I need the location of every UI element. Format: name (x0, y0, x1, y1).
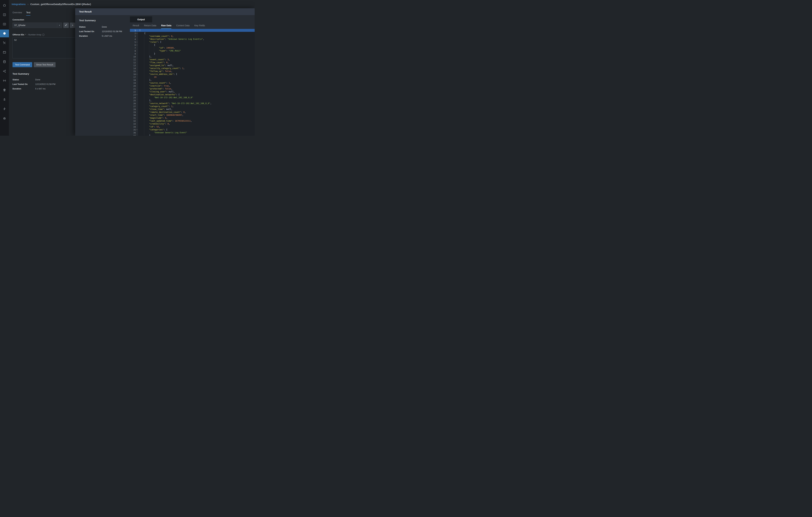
summary-value: 5 s 647 ms (35, 88, 46, 90)
indent-guide (144, 111, 149, 114)
raw-data-editor[interactable]: 1▾2▾345▾6▾78910111213141516▾171819202122… (130, 29, 255, 136)
subtab-result[interactable]: Result (133, 22, 139, 29)
code-line[interactable]: "closing_user": null, (138, 90, 255, 93)
indent-guide (139, 111, 144, 114)
code-line[interactable]: "rules": [ (138, 40, 255, 43)
tab-output[interactable]: Output (130, 17, 152, 22)
gutter-line: 25 (130, 99, 138, 102)
indent-guide (139, 93, 144, 96)
code-line[interactable]: "security_category_count": 1, (138, 67, 255, 70)
sidebar-item-data[interactable] (0, 58, 9, 66)
subtab-return-data[interactable]: Return Data (144, 22, 156, 29)
gutter-line: 2▾ (130, 32, 138, 35)
fold-toggle-icon[interactable]: ▾ (136, 73, 138, 75)
code-line[interactable]: "magnitude": 0, (138, 117, 255, 119)
fold-toggle-icon[interactable]: ▾ (136, 30, 138, 31)
show-test-result-button[interactable]: Show Test Result (34, 62, 56, 67)
summary-row: Duration5 s 647 ms (79, 35, 126, 37)
offense-ids-input[interactable]: 52 (12, 37, 81, 58)
code-line[interactable]: "category_count": 1, (138, 105, 255, 108)
indent-guide (139, 67, 144, 70)
subtab-key-fields[interactable]: Key Fields (194, 22, 205, 29)
gutter-line: 15 (130, 70, 138, 73)
playbooks-icon (3, 13, 6, 17)
summary-row: Last Tested On12/13/2022 01:58 PM (79, 30, 126, 33)
sidebar-item-automation[interactable] (0, 105, 9, 113)
indent-guide (144, 87, 149, 90)
code-line[interactable]: ], (138, 55, 255, 58)
tab-overview[interactable]: Overview (12, 11, 22, 16)
indent-guide (144, 43, 149, 47)
code-line[interactable]: "assigned_to": null, (138, 64, 255, 67)
code-line[interactable]: "event_count": 3, (138, 58, 255, 61)
fold-toggle-icon[interactable]: ▾ (136, 32, 138, 34)
add-connection-button[interactable]: + (70, 23, 75, 28)
code-line[interactable]: "start_time": 1669846786007, (138, 114, 255, 117)
code-line[interactable]: "inactive": true, (138, 84, 255, 87)
tab-test[interactable]: Test (26, 11, 30, 16)
code-line[interactable]: "remote_destination_count": 0, (138, 111, 255, 114)
code-line[interactable]: "Net-10-172-192.Net_192_168_0_0" (138, 96, 255, 99)
line-number: 23 (130, 93, 136, 96)
subtab-context-data[interactable]: Context Data (176, 22, 190, 29)
fold-toggle-icon[interactable]: ▾ (136, 94, 138, 95)
code-line[interactable]: "type": "CRE_RULE" (138, 49, 255, 52)
subtab-raw-data[interactable]: Raw Data (161, 22, 171, 29)
code-line[interactable]: "destination_networks": [ (138, 93, 255, 96)
code-line[interactable]: "protected": false, (138, 87, 255, 90)
code-line[interactable]: ], (138, 134, 255, 136)
code-line[interactable]: 24 (138, 75, 255, 79)
breadcrumb-parent-link[interactable]: Integrations (12, 3, 26, 5)
code-line[interactable]: "flow_count": 0, (138, 61, 255, 64)
code-line[interactable]: "credibility": 0, (138, 122, 255, 125)
indent-guide (149, 131, 154, 134)
fold-toggle-icon[interactable]: ▾ (136, 44, 138, 46)
code-line[interactable]: [ (138, 29, 255, 32)
code-line[interactable]: "source_count": 1, (138, 82, 255, 84)
info-icon[interactable]: i (42, 34, 45, 36)
summary-value: 5 s 647 ms (102, 35, 112, 37)
sidebar-item-filter[interactable] (0, 95, 9, 103)
code-line[interactable]: "username_count": 0, (138, 35, 255, 38)
code-line[interactable]: "follow_up": false, (138, 70, 255, 73)
gutter-line: 6▾ (130, 43, 138, 47)
sidebar-item-tools[interactable] (0, 39, 9, 47)
sidebar-item-home[interactable] (0, 1, 9, 9)
sidebar-item-web[interactable] (0, 86, 9, 94)
code-line[interactable]: } (138, 52, 255, 55)
sidebar-item-media[interactable] (0, 20, 9, 28)
line-number: 10 (130, 56, 136, 58)
code-line[interactable]: "description": "Unknown Generic Log Even… (138, 38, 255, 40)
sidebar-item-fingerprint[interactable] (0, 114, 9, 122)
fold-toggle-icon[interactable]: ▾ (136, 129, 138, 130)
fold-toggle-icon[interactable]: ▾ (136, 41, 138, 43)
indent-guide (139, 49, 144, 52)
sidebar-item-integrations[interactable] (0, 30, 9, 37)
code-line[interactable]: ], (138, 79, 255, 82)
test-command-button[interactable]: Test Command (12, 62, 32, 67)
code-line[interactable]: ], (138, 99, 255, 102)
code-line[interactable]: "id": 100589, (138, 47, 255, 49)
line-number: 19 (130, 82, 136, 84)
code-line[interactable]: "Unknown Generic Log Event" (138, 131, 255, 134)
edit-connection-button[interactable] (63, 23, 69, 28)
connection-select[interactable]: ST_QRadar ▾ (12, 23, 62, 28)
code-line[interactable]: "last_updated_time": 1670556523311, (138, 119, 255, 122)
code-line[interactable]: { (138, 32, 255, 35)
summary-label: Last Tested On (79, 30, 102, 33)
line-number: 22 (130, 91, 136, 93)
sidebar-item-broadcast[interactable] (0, 77, 9, 84)
gutter-line: 33 (130, 122, 138, 125)
indent-guide (149, 96, 154, 99)
sidebar-item-playbooks[interactable] (0, 11, 9, 19)
indent-guide (139, 32, 144, 35)
code-line[interactable]: "source_network": "Net-10-172-192.Net_19… (138, 102, 255, 105)
sidebar-item-applications[interactable] (0, 49, 9, 56)
code-line[interactable]: "source_address_ids": [ (138, 73, 255, 75)
sidebar-item-network[interactable] (0, 67, 9, 75)
code-line[interactable]: { (138, 43, 255, 47)
code-line[interactable]: "categories": [ (138, 128, 255, 131)
gutter-line: 37 (130, 134, 138, 136)
code-line[interactable]: "close_time": null, (138, 108, 255, 111)
code-line[interactable]: "id": 52, (138, 125, 255, 128)
